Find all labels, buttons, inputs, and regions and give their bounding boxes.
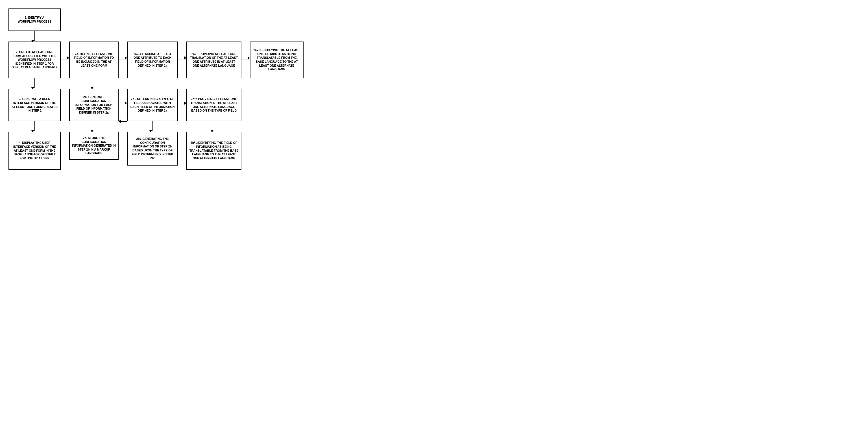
step2b1a-box: 2b¹ᵃ. PROVIDING AT LEAST ONE TRANSLATION… xyxy=(186,89,241,121)
step2b1a-label: 2b¹ᵃ. PROVIDING AT LEAST ONE TRANSLATION… xyxy=(189,97,239,113)
step2b2-box: 2b₂. GENERATING THE CONFIGURATION INFORM… xyxy=(127,131,178,166)
step2a3-box: 2a₃. IDENTIFYING THE AT LEAST ONE ATTRIB… xyxy=(250,41,304,78)
arrow-2-3 xyxy=(34,78,35,88)
step2a3-label: 2a₃. IDENTIFYING THE AT LEAST ONE ATTRIB… xyxy=(253,48,301,71)
arrow-3-4 xyxy=(34,121,35,131)
step2a2-box: 2a₂ .PROVIDING AT LEAST ONE TRANSLATION … xyxy=(186,41,241,78)
step2b-label: 2b. GENERATE CONFIGURATION INFORMATION F… xyxy=(72,95,116,114)
arrowhead-2b1-2b1a xyxy=(184,101,186,105)
arrow-1-2 xyxy=(34,31,35,41)
step2a-box: 2a. DEFINE AT LEAST ONE FIELD OF INFORMA… xyxy=(69,41,119,78)
step2c-label: 2c. STORE THE CONFIGURATION INFORMATION … xyxy=(72,136,116,155)
arrow-2b1-2b2 xyxy=(153,121,153,131)
arrow-2-2a xyxy=(61,60,69,60)
arrowhead-2b1-feedback xyxy=(119,119,121,123)
arrow-2b-2c xyxy=(94,121,94,131)
arrow-2b1-2b1a xyxy=(178,105,186,106)
step2b1-box: 2b₁. DETERMINING A TYPE OF FIELD ASSOCIA… xyxy=(127,89,178,121)
flowchart: 1. IDENTIFY A WORKFLOW PROCESS 2. CREATE… xyxy=(6,6,305,175)
arrow-2b1a-2b1b xyxy=(214,121,214,131)
step3-label: 3. GENERATE A USER INTERFACE VERSION OF … xyxy=(11,97,58,113)
arrowhead-2-2a xyxy=(67,56,69,60)
step4-label: 4. DISPLAY THE USER INTERFACE VERSION OF… xyxy=(11,141,58,160)
step2-box: 2. CREATE AT LEAST ONE FORM ASSOCIATED W… xyxy=(8,41,61,78)
arrowhead-2a1-2a2 xyxy=(184,56,186,60)
step2-label: 2. CREATE AT LEAST ONE FORM ASSOCIATED W… xyxy=(11,50,58,69)
arrow-2b-2b1 xyxy=(119,105,127,106)
step2b1b-label: 2bᵇ₁.IDENTIFYING THE FIELD OF INFORMATIO… xyxy=(189,141,239,160)
arrow-2a1-2a2 xyxy=(178,60,186,60)
arrow-2a2-2a3 xyxy=(241,60,250,60)
step2b-box: 2b. GENERATE CONFIGURATION INFORMATION F… xyxy=(69,89,119,121)
arrow-2a-2a1 xyxy=(119,60,127,60)
arrow-2a-2b xyxy=(94,78,94,88)
arrowhead-2a2-2a3 xyxy=(248,56,250,60)
step2a1-box: 2a₁. ATTACHING AT LEAST ONE ATTRIBUTE TO… xyxy=(127,41,178,78)
step2a1-label: 2a₁. ATTACHING AT LEAST ONE ATTRIBUTE TO… xyxy=(130,52,175,68)
step2b1-label: 2b₁. DETERMINING A TYPE OF FIELD ASSOCIA… xyxy=(130,97,175,113)
arrowhead-2b-2b1 xyxy=(125,101,127,105)
step1-box: 1. IDENTIFY A WORKFLOW PROCESS xyxy=(8,8,61,31)
step2a-label: 2a. DEFINE AT LEAST ONE FIELD OF INFORMA… xyxy=(72,52,116,68)
arrowhead-2a-2a1 xyxy=(125,56,127,60)
step2a2-label: 2a₂ .PROVIDING AT LEAST ONE TRANSLATION … xyxy=(189,52,239,68)
step2b1b-box: 2bᵇ₁.IDENTIFYING THE FIELD OF INFORMATIO… xyxy=(186,131,241,170)
step2b2-label: 2b₂. GENERATING THE CONFIGURATION INFORM… xyxy=(130,137,175,160)
step2c-box: 2c. STORE THE CONFIGURATION INFORMATION … xyxy=(69,131,119,160)
step3-box: 3. GENERATE A USER INTERFACE VERSION OF … xyxy=(8,89,61,121)
step4-box: 4. DISPLAY THE USER INTERFACE VERSION OF… xyxy=(8,131,61,170)
step1-label: 1. IDENTIFY A WORKFLOW PROCESS xyxy=(18,16,51,24)
